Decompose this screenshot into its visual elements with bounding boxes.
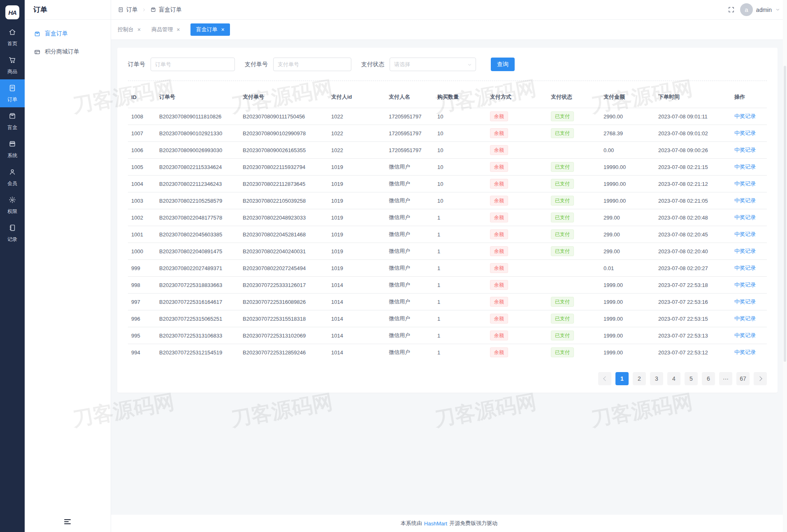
app-logo[interactable]: HA [5,5,19,19]
column-header-payer_id: 支付人id [328,81,385,108]
cell-order_no: B20230708022045603385 [156,226,239,243]
sidebar-item-label: 会员 [7,180,17,187]
column-header-pay_no: 支付单号 [239,81,328,108]
pagination-page-4[interactable]: 4 [667,372,680,385]
pay-no-input[interactable] [273,58,351,71]
browser-scrollbar[interactable] [783,0,787,532]
sidebar-item-orders[interactable]: 订单 [0,79,25,107]
cell-pay_no: B20230708022112873645 [239,176,328,192]
sidebar-item-goods[interactable]: 商品 [0,51,25,79]
cell-payer_id: 1022 [328,125,385,142]
pagination-page-6[interactable]: 6 [702,372,715,385]
order-no-input[interactable] [151,58,235,71]
cell-pay_status [548,277,600,294]
shop-icon [8,140,16,150]
pay-status-badge: 已支付 [551,179,574,189]
table-row: 996B20230707225315065251B202307072253155… [128,310,767,327]
pay-method-badge: 余额 [490,179,508,189]
cell-payer_id: 1014 [328,310,385,327]
pay-method-badge: 余额 [490,347,508,357]
cell-pay_status: 已支付 [548,226,600,243]
cell-time: 2023-07-08 02:21:12 [655,176,731,192]
pay-status-select[interactable] [390,58,476,71]
footer-brand-link[interactable]: HashMart [424,520,447,527]
pagination-ellipsis[interactable]: ··· [719,372,732,385]
tab-close-icon[interactable]: × [221,27,224,32]
prize-record-link[interactable]: 中奖记录 [734,248,756,254]
cell-amount: 2768.39 [600,125,655,142]
sidebar-collapse-button[interactable] [63,516,73,527]
prize-record-link[interactable]: 中奖记录 [734,164,756,170]
pagination-prev-button[interactable] [598,372,611,385]
breadcrumb-item[interactable]: 订单 [118,6,138,14]
cell-time: 2023-07-08 09:01:02 [655,125,731,142]
prize-record-link[interactable]: 中奖记录 [734,298,756,305]
breadcrumb-item[interactable]: 盲盒订单 [150,6,182,14]
tab-console[interactable]: 控制台 × [118,23,141,36]
prize-record-link[interactable]: 中奖记录 [734,130,756,136]
pagination-page-1[interactable]: 1 [615,372,629,385]
column-header-order_no: 订单号 [156,81,239,108]
prize-record-link[interactable]: 中奖记录 [734,147,756,153]
prize-record-link[interactable]: 中奖记录 [734,231,756,237]
search-button[interactable]: 查询 [491,58,515,71]
tab-label: 盲盒订单 [196,26,217,33]
cell-time: 2023-07-07 22:53:12 [655,344,731,361]
cell-payer_name: 微信用户 [385,344,434,361]
subnav-item-points-mall-orders[interactable]: 积分商城订单 [25,43,111,61]
cell-pay_method: 余额 [487,310,548,327]
cell-payer_name: 微信用户 [385,243,434,260]
sidebar-item-blindbox[interactable]: 盲盒 [0,107,25,135]
cell-pay_no: B20230708022105039258 [239,192,328,209]
table-row: 998B20230707225318833663B202307072253331… [128,277,767,294]
cell-order_no: B20230707225318833663 [156,277,239,294]
prize-record-link[interactable]: 中奖记录 [734,315,756,322]
pay-status-select-input[interactable] [390,58,476,71]
cart-icon [8,56,16,66]
cell-id: 1004 [128,176,156,192]
prize-record-link[interactable]: 中奖记录 [734,214,756,220]
pagination-page-2[interactable]: 2 [633,372,646,385]
cell-payer_id: 1019 [328,243,385,260]
sidebar-item-members[interactable]: 会员 [0,163,25,191]
pagination-page-67[interactable]: 67 [736,372,750,385]
table-header-row: ID订单号支付单号支付人id支付人名购买数量支付方式支付状态支付金额下单时间操作 [128,81,767,108]
cell-payer_id: 1019 [328,226,385,243]
sidebar-item-home[interactable]: 首页 [0,23,25,51]
fullscreen-icon[interactable] [728,6,735,13]
tab-close-icon[interactable]: × [137,27,141,32]
cell-quantity: 1 [434,294,487,310]
chevron-left-icon [603,376,608,381]
table-row: 999B20230708022027489371B202307080220272… [128,260,767,277]
prize-record-link[interactable]: 中奖记录 [734,349,756,355]
prize-record-link[interactable]: 中奖记录 [734,282,756,288]
sidebar-item-permissions[interactable]: 权限 [0,191,25,219]
pagination-page-5[interactable]: 5 [685,372,698,385]
prize-record-link[interactable]: 中奖记录 [734,332,756,338]
pagination-next-button[interactable] [754,372,767,385]
sidebar-item-system[interactable]: 系统 [0,135,25,163]
scrollbar-thumb[interactable] [784,66,786,362]
pay-method-badge: 余额 [490,162,508,172]
filter-order-no: 订单号 [128,58,235,71]
sidebar-item-records[interactable]: 记录 [0,219,25,247]
tab-close-icon[interactable]: × [176,27,180,32]
cell-payer_name: 微信用户 [385,226,434,243]
tab-blindbox-orders[interactable]: 盲盒订单 × [190,23,230,36]
prize-record-link[interactable]: 中奖记录 [734,180,756,187]
prize-record-link[interactable]: 中奖记录 [734,197,756,204]
cell-order_no: B20230707225313106833 [156,327,239,344]
box-icon [34,30,41,37]
gear-icon [8,196,16,206]
user-menu[interactable]: a admin [740,3,780,16]
prize-record-link[interactable]: 中奖记录 [734,113,756,119]
cell-payer_name: 17205951797 [385,125,434,142]
prize-record-link[interactable]: 中奖记录 [734,265,756,271]
cell-pay_status: 已支付 [548,327,600,344]
cell-id: 994 [128,344,156,361]
tab-goods-manage[interactable]: 商品管理 × [151,23,180,36]
pagination-page-3[interactable]: 3 [650,372,663,385]
cell-pay_method: 余额 [487,294,548,310]
subnav-item-blindbox-orders[interactable]: 盲盒订单 [25,25,111,43]
pay-status-badge: 已支付 [551,162,574,172]
